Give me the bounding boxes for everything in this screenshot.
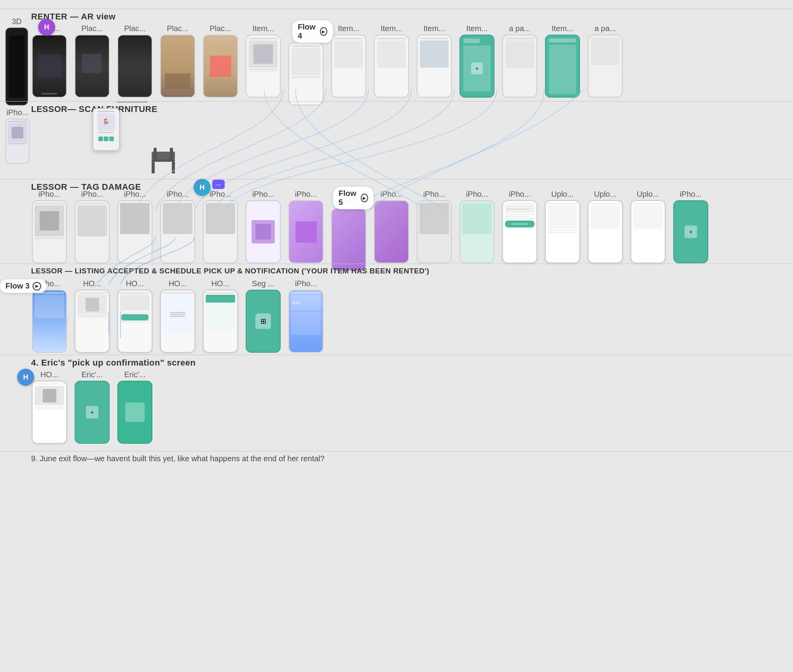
listing-phone-last: iPhо... 9:41 bbox=[288, 279, 323, 353]
svg-rect-3 bbox=[172, 162, 175, 173]
iphone-scan-group: iPhо... bbox=[5, 108, 30, 164]
tag-upload-2: Uplo... bbox=[588, 190, 623, 263]
svg-rect-4 bbox=[154, 148, 157, 159]
divider-lessor-tag bbox=[0, 179, 793, 179]
tag-phone-2: iPhо... bbox=[75, 190, 110, 263]
pickup-phone-ho: HO... bbox=[32, 370, 67, 444]
tag-upload-1: Uplo... bbox=[545, 190, 580, 263]
tag-phone-flow5-group: Flow 5 ▶ iPhо... bbox=[331, 190, 370, 271]
divider-lessor-listing bbox=[0, 264, 793, 264]
furniture-3d-scan bbox=[140, 140, 187, 179]
phone-plac-4: Plac... bbox=[160, 24, 195, 98]
chair-svg bbox=[146, 144, 181, 175]
listing-phones-row: iPhо... HO... bbox=[32, 279, 327, 353]
divider-june bbox=[0, 451, 793, 452]
flow3-play[interactable]: ▶ bbox=[33, 282, 41, 290]
phone-plac-2: Plac... bbox=[75, 24, 110, 98]
phone-item-4: Item... bbox=[374, 24, 409, 98]
canvas: .conn-line { fill: none; stroke: #a8c8f0… bbox=[0, 0, 793, 672]
phone-plac-3: Plac... bbox=[117, 24, 152, 98]
flow4-play[interactable]: ▶ bbox=[320, 27, 327, 36]
phone-3d: 3D bbox=[5, 17, 28, 105]
svg-rect-2 bbox=[152, 162, 155, 173]
phone-item-2-group: Flow 4 ▶ Item... bbox=[288, 24, 327, 105]
phone-a-pa-2: a pa... bbox=[588, 24, 623, 98]
listing-phone-seg: Seg ... ⊞ bbox=[246, 279, 281, 353]
tag-upload-3: Uplo... bbox=[631, 190, 665, 263]
tag-phone-4: iPhо... bbox=[160, 190, 195, 263]
listing-phone-ho-3: HO... bbox=[160, 279, 195, 353]
divider-pickup bbox=[0, 355, 793, 355]
tag-phone-purple-2: iPhо... bbox=[288, 190, 323, 263]
section-june-label: 9. June exit flow—we havent built this y… bbox=[31, 454, 325, 463]
pickup-phone-eric-2: Eric'... bbox=[117, 370, 152, 444]
tag-phone-grey-1: iPhо... bbox=[417, 190, 452, 263]
scan-popup-phone: 🪑 bbox=[93, 108, 120, 151]
svg-rect-5 bbox=[170, 148, 173, 159]
tag-phone-1: iPhо... bbox=[32, 190, 67, 263]
pickup-phones-row: HO... Eric'... + Eric'.. bbox=[32, 370, 156, 444]
divider-renter-ar bbox=[0, 9, 793, 9]
tag-phone-5: iPhо... bbox=[203, 190, 238, 263]
listing-phone-ho-1: HO... bbox=[75, 279, 110, 353]
listing-phone-ho-4: HO... bbox=[203, 279, 238, 353]
flow3-label: Flow 3 bbox=[5, 282, 30, 290]
flow4-label: Flow 4 bbox=[298, 23, 317, 40]
listing-phone-ho-2: HO... bbox=[117, 279, 152, 353]
flow3-badge[interactable]: Flow 3 ▶ bbox=[0, 279, 47, 293]
tag-phone-light-teal: iPhо... bbox=[459, 190, 494, 263]
phone-3d-label: 3D bbox=[12, 17, 22, 26]
avatar-h-purple: H bbox=[38, 19, 55, 36]
tag-phone-white-1: iPhо... bbox=[502, 190, 537, 263]
tag-phone-purple-4: iPhо... bbox=[374, 190, 409, 263]
flow5-play[interactable]: ▶ bbox=[361, 194, 368, 202]
section-lessor-listing-label: LESSOR — LISTING ACCEPTED & SCHEDULE PIC… bbox=[31, 267, 429, 275]
tag-damage-phones-row: iPhо... iPhо... bbox=[32, 190, 712, 271]
svg-rect-0 bbox=[152, 159, 175, 162]
flow5-badge[interactable]: Flow 5 ▶ bbox=[333, 187, 374, 209]
collapse-btn-tag[interactable]: — bbox=[212, 180, 225, 189]
avatar-h-tag: H bbox=[194, 179, 211, 196]
section-pickup-label: 4. Eric's "pick up confirmation" screen bbox=[31, 358, 196, 368]
avatar-h-pickup: H bbox=[17, 369, 34, 386]
tag-phone-last-teal: iPhо... + bbox=[673, 190, 708, 263]
phone-item-2: Item... bbox=[288, 32, 323, 105]
pickup-phone-eric-1: Eric'... + bbox=[75, 370, 110, 444]
divider-lessor-scan bbox=[0, 101, 793, 102]
phone-plac-5: Plac... bbox=[203, 24, 238, 98]
tag-phone-purple-1: iPhо... bbox=[246, 190, 281, 263]
phone-a-pa-1: a pa... bbox=[502, 24, 537, 98]
phone-item-3: Item... bbox=[331, 24, 366, 98]
phone-item-1: Item... bbox=[246, 24, 281, 98]
flow5-label: Flow 5 bbox=[339, 189, 358, 207]
renter-ar-phones-row: Plac... Plac... Plac... bbox=[32, 24, 627, 105]
phone-item-teal-2: Item... bbox=[545, 24, 580, 98]
phone-item-5: Item... bbox=[417, 24, 452, 98]
flow4-badge[interactable]: Flow 4 ▶ bbox=[292, 20, 333, 43]
tag-phone-3: iPhо... bbox=[117, 190, 152, 263]
phone-item-teal-1: Item... + bbox=[459, 24, 494, 98]
